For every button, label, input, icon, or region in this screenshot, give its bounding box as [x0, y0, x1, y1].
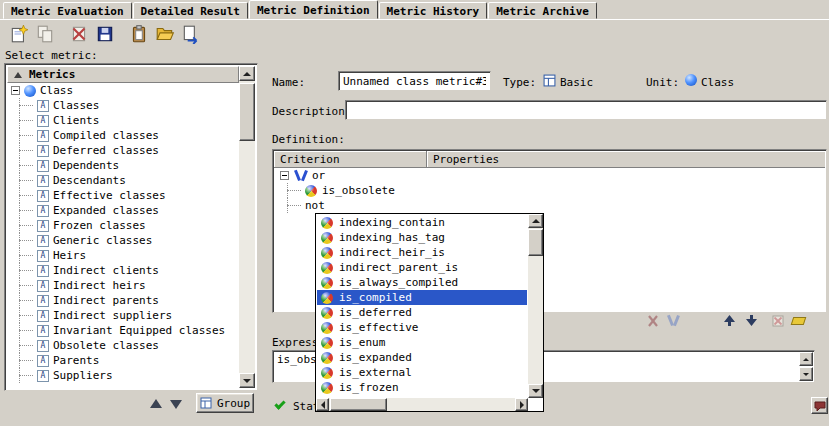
tree-item[interactable]: Deferred classes [7, 143, 239, 158]
delete-criterion-button[interactable] [769, 312, 787, 329]
metric-icon [37, 100, 49, 112]
paste-metric-button[interactable] [126, 21, 152, 46]
tree-connector [15, 308, 37, 323]
collapse-icon[interactable] [280, 171, 289, 180]
tree-item[interactable]: Effective classes [7, 188, 239, 203]
dropdown-item[interactable]: is_effective [317, 320, 527, 335]
scroll-up-button[interactable] [528, 214, 543, 228]
tree-item[interactable]: Clients [7, 113, 239, 128]
tree-scrollbar[interactable] [239, 66, 255, 388]
move-criterion-down-button[interactable] [742, 312, 760, 329]
dropdown-item[interactable]: indirect_heir_is [317, 245, 527, 260]
dropdown-item[interactable]: indirect_parent_is [317, 260, 527, 275]
erase-criterion-button[interactable] [789, 312, 807, 329]
tree-item[interactable]: Indirect parents [7, 293, 239, 308]
tree-item[interactable]: Parents [7, 353, 239, 368]
tree-item-label: Expanded classes [53, 204, 159, 217]
tree-item[interactable]: Frozen classes [7, 218, 239, 233]
tree-item[interactable]: Classes [7, 98, 239, 113]
tree-connector [15, 338, 37, 353]
scroll-down-button[interactable] [239, 373, 255, 388]
copy-metric-button[interactable] [32, 21, 58, 46]
scroll-up-button[interactable] [239, 66, 255, 81]
scrollbar-thumb[interactable] [528, 229, 543, 256]
criterion-column-header[interactable]: Criterion [274, 151, 427, 168]
dropdown-item[interactable]: is_expanded [317, 350, 527, 365]
tree-item[interactable]: Invariant Equipped classes [7, 323, 239, 338]
tree-item[interactable]: Heirs [7, 248, 239, 263]
move-metric-down-button[interactable] [170, 400, 182, 409]
criterion-row-or[interactable]: or [275, 168, 824, 183]
metric-name-input[interactable] [338, 71, 491, 91]
move-criterion-up-button[interactable] [720, 312, 738, 329]
tree-connector [15, 233, 37, 248]
tree-item[interactable]: Indirect suppliers [7, 308, 239, 323]
metric-icon [37, 220, 49, 232]
criterion-icon [321, 247, 333, 259]
tree-item[interactable]: Obsolete classes [7, 338, 239, 353]
tree-root-class[interactable]: Class [7, 83, 239, 98]
tree-item[interactable]: Dependents [7, 158, 239, 173]
tree-item[interactable]: Indirect clients [7, 263, 239, 278]
collapse-icon[interactable] [11, 86, 20, 95]
dropdown-item[interactable]: is_frozen [317, 380, 527, 395]
metric-icon [37, 295, 49, 307]
tree-connector [15, 158, 37, 173]
copy-metric-icon [35, 24, 55, 44]
type-value: Basic [560, 76, 593, 89]
tree-item[interactable]: Generic classes [7, 233, 239, 248]
tab-metric-history[interactable]: Metric History [379, 2, 488, 19]
replace-with-and-button[interactable] [644, 312, 662, 329]
comment-button[interactable] [811, 397, 828, 414]
criterion-dropdown: indexing_contain indexing_has_tag indire… [315, 213, 544, 412]
expression-scroll-up-button[interactable] [799, 352, 813, 366]
dropdown-item[interactable]: is_always_compiled [317, 275, 527, 290]
tree-item[interactable]: Indirect heirs [7, 278, 239, 293]
tree-item[interactable]: Compiled classes [7, 128, 239, 143]
dropdown-item[interactable]: is generic [317, 395, 527, 397]
class-unit-icon [685, 74, 697, 86]
criterion-row-is-obsolete[interactable]: is_obsolete [275, 183, 824, 198]
scroll-down-button[interactable] [528, 384, 543, 398]
metric-icon [37, 115, 49, 127]
tab-metric-archive[interactable]: Metric Archive [488, 2, 597, 19]
criterion-icon [321, 262, 333, 274]
description-input[interactable] [345, 100, 827, 120]
dropdown-horizontal-scrollbar[interactable] [316, 398, 528, 411]
criterion-row-not[interactable]: not [275, 198, 824, 213]
expression-scroll-down-button[interactable] [799, 367, 813, 381]
scrollbar-thumb[interactable] [239, 83, 255, 141]
tree-item-label: Invariant Equipped classes [53, 324, 225, 337]
tab-metric-definition[interactable]: Metric Definition [249, 0, 378, 19]
or-operator-icon [667, 315, 680, 326]
tree-connector [283, 183, 305, 198]
replace-with-or-button[interactable] [664, 312, 682, 329]
export-metric-button[interactable] [178, 21, 204, 46]
tree-item-label: Indirect suppliers [53, 309, 172, 322]
group-toggle-button[interactable]: Group [196, 393, 254, 413]
tree-item[interactable]: Expanded classes [7, 203, 239, 218]
new-metric-button[interactable] [6, 21, 32, 46]
dropdown-item[interactable]: is_external [317, 365, 527, 380]
dropdown-item-selected[interactable]: is_compiled [317, 290, 527, 305]
dropdown-item[interactable]: indexing_has_tag [317, 230, 527, 245]
dropdown-item[interactable]: indexing_contain [317, 215, 527, 230]
tree-item[interactable]: Suppliers [7, 368, 239, 383]
tree-item[interactable]: Descendants [7, 173, 239, 188]
criterion-icon [321, 277, 333, 289]
scroll-right-button[interactable] [515, 398, 528, 411]
tab-detailed-result[interactable]: Detailed Result [133, 2, 248, 19]
save-metric-button[interactable] [92, 21, 118, 46]
scroll-left-button[interactable] [316, 398, 329, 411]
delete-metric-button[interactable] [66, 21, 92, 46]
dropdown-item[interactable]: is_deferred [317, 305, 527, 320]
properties-column-header[interactable]: Properties [427, 151, 825, 168]
dropdown-vertical-scrollbar[interactable] [528, 214, 543, 398]
move-metric-up-button[interactable] [150, 399, 162, 408]
scrollbar-thumb[interactable] [330, 398, 387, 411]
dropdown-item[interactable]: is_enum [317, 335, 527, 350]
metrics-column-header[interactable]: Metrics [7, 66, 239, 83]
open-metric-file-button[interactable] [152, 21, 178, 46]
tab-metric-evaluation[interactable]: Metric Evaluation [3, 2, 132, 19]
criterion-icon [321, 232, 333, 244]
